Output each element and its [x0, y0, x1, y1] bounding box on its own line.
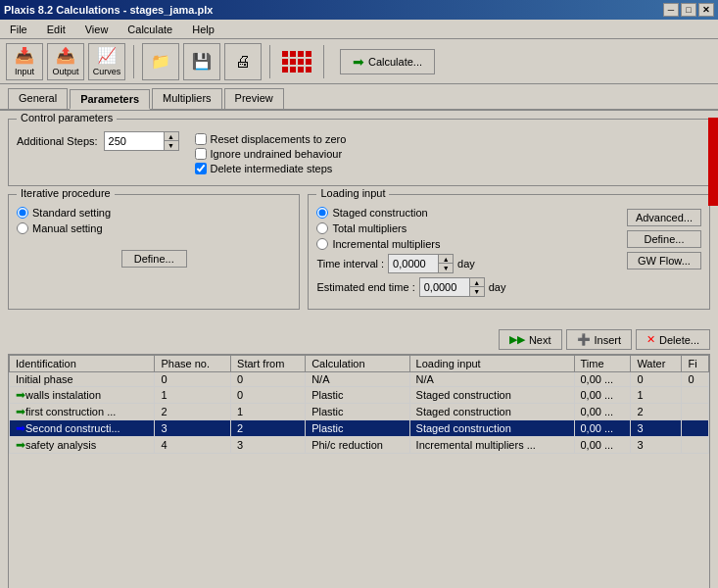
phases-table: Identification Phase no. Start from Calc… — [9, 355, 709, 454]
table-row[interactable]: Initial phase 0 0 N/A N/A 0,00 ... 0 0 — [10, 372, 709, 387]
maximize-button[interactable]: □ — [681, 3, 696, 17]
cell-loading: Staged construction — [409, 387, 574, 404]
print-button[interactable]: 🖨 — [224, 43, 262, 80]
incremental-multipliers-radio[interactable] — [316, 238, 328, 250]
next-button[interactable]: ▶▶ Next — [499, 329, 562, 350]
cell-calculation: N/A — [306, 372, 409, 387]
phases-table-container[interactable]: Identification Phase no. Start from Calc… — [8, 354, 710, 588]
minimize-button[interactable]: ─ — [663, 3, 679, 17]
control-params-group: Control parameters Additional Steps: ▲ ▼ — [8, 119, 710, 186]
tab-preview[interactable]: Preview — [224, 88, 284, 109]
manual-setting-radio[interactable] — [17, 222, 28, 234]
additional-steps-input[interactable] — [105, 132, 164, 150]
time-interval-row: Time interval : ▲ ▼ day — [316, 254, 618, 273]
total-multipliers-radio[interactable] — [316, 222, 328, 234]
cell-phase-no: 2 — [155, 404, 231, 420]
menu-calculate[interactable]: Calculate — [121, 22, 178, 37]
standard-setting-radio[interactable] — [17, 207, 28, 219]
delete-steps-row: Delete intermediate steps — [195, 163, 347, 174]
table-row[interactable]: ➡Second constructi... 3 2 Plastic Staged… — [10, 420, 709, 437]
standard-setting-row: Standard setting — [17, 207, 291, 219]
title-bar: Plaxis 8.2 Calculations - stages_jama.pl… — [0, 0, 718, 20]
loading-input-title: Loading input — [316, 187, 389, 199]
additional-steps-spinner[interactable]: ▲ ▼ — [104, 131, 179, 151]
tab-multipliers[interactable]: Multipliers — [152, 88, 222, 109]
end-up[interactable]: ▲ — [470, 278, 484, 287]
cell-start-from: 0 — [231, 372, 306, 387]
parameters-panel: Control parameters Additional Steps: ▲ ▼ — [0, 111, 718, 325]
iterative-group: Iterative procedure Standard setting Man… — [8, 194, 300, 310]
menu-help[interactable]: Help — [186, 22, 220, 37]
manual-setting-label: Manual setting — [32, 222, 103, 234]
spinner-up[interactable]: ▲ — [165, 132, 178, 141]
reset-disp-label: Reset displacements to zero — [211, 133, 347, 145]
additional-steps-row: Additional Steps: ▲ ▼ — [17, 131, 179, 151]
calculate-button[interactable]: ➡ Calculate... — [340, 49, 435, 74]
table-row[interactable]: ➡first construction ... 2 1 Plastic Stag… — [10, 404, 709, 420]
menu-file[interactable]: File — [4, 22, 33, 37]
cell-time: 0,00 ... — [574, 387, 631, 404]
phases-table-wrapper: Identification Phase no. Start from Calc… — [0, 354, 718, 588]
cell-water: 0 — [631, 372, 682, 387]
cell-calculation: Plastic — [306, 404, 409, 420]
input-button[interactable]: 📥 Input — [6, 43, 43, 80]
cell-start-from: 3 — [231, 437, 306, 454]
next-icon: ▶▶ — [509, 333, 525, 346]
estimated-end-input[interactable] — [420, 278, 469, 296]
time-interval-input[interactable] — [389, 255, 438, 272]
table-row[interactable]: ➡walls instalation 1 0 Plastic Staged co… — [10, 387, 709, 404]
loading-define-button[interactable]: Define... — [627, 230, 701, 248]
output-button[interactable]: 📤 Output — [47, 43, 84, 80]
advanced-button[interactable]: Advanced... — [627, 209, 701, 226]
gw-flow-button[interactable]: GW Flow... — [627, 252, 701, 270]
menu-edit[interactable]: Edit — [41, 22, 72, 37]
control-params-title: Control parameters — [17, 112, 117, 123]
insert-icon: ➕ — [577, 333, 591, 346]
open-button[interactable]: 📁 — [142, 43, 179, 80]
tab-parameters[interactable]: Parameters — [70, 89, 150, 110]
col-identification: Identification — [10, 356, 155, 372]
reset-disp-row: Reset displacements to zero — [195, 133, 347, 145]
delete-steps-checkbox[interactable] — [195, 163, 207, 174]
cell-identification: Initial phase — [10, 372, 155, 387]
spinner-down[interactable]: ▼ — [165, 141, 178, 150]
staged-construction-radio[interactable] — [316, 207, 328, 219]
standard-setting-label: Standard setting — [32, 207, 111, 219]
reset-displacements-checkbox[interactable] — [195, 133, 207, 145]
delete-button[interactable]: ✕ Delete... — [636, 329, 710, 350]
total-multipliers-row: Total multipliers — [316, 222, 618, 234]
table-header-row: Identification Phase no. Start from Calc… — [10, 356, 709, 372]
save-button[interactable]: 💾 — [183, 43, 220, 80]
cell-time: 0,00 ... — [574, 437, 631, 454]
estimated-end-unit: day — [489, 281, 506, 293]
end-down[interactable]: ▼ — [470, 287, 484, 296]
insert-button[interactable]: ➕ Insert — [566, 329, 633, 350]
calculate-arrow-icon: ➡ — [353, 54, 364, 70]
close-button[interactable]: ✕ — [698, 3, 714, 17]
total-multipliers-label: Total multipliers — [332, 222, 407, 234]
cell-start-from: 1 — [231, 404, 306, 420]
iterative-define-button[interactable]: Define... — [121, 250, 187, 268]
window-controls: ─ □ ✕ — [663, 3, 714, 17]
additional-steps-label: Additional Steps: — [17, 135, 98, 147]
estimated-end-row: Estimated end time : ▲ ▼ day — [316, 277, 618, 297]
table-row[interactable]: ➡safety analysis 4 3 Phi/c reduction Inc… — [10, 437, 709, 454]
time-down[interactable]: ▼ — [439, 264, 453, 272]
time-interval-spinner[interactable]: ▲ ▼ — [388, 254, 454, 273]
cell-water: 3 — [631, 437, 682, 454]
spinner-controls: ▲ ▼ — [164, 132, 178, 150]
plus-grid-icon — [278, 47, 315, 76]
time-up[interactable]: ▲ — [439, 255, 453, 264]
separator-2 — [269, 45, 270, 78]
red-indicator — [708, 118, 718, 206]
title-text: Plaxis 8.2 Calculations - stages_jama.pl… — [4, 4, 213, 16]
incremental-multipliers-label: Incremental multipliers — [332, 238, 440, 250]
cell-start-from: 2 — [231, 420, 306, 437]
end-spinner-controls: ▲ ▼ — [469, 278, 484, 296]
tab-general[interactable]: General — [8, 88, 68, 109]
ignore-undrained-checkbox[interactable] — [195, 148, 207, 160]
curves-button[interactable]: 📈 Curves — [88, 43, 125, 80]
menu-view[interactable]: View — [79, 22, 115, 37]
estimated-end-spinner[interactable]: ▲ ▼ — [419, 277, 485, 297]
two-col-section: Iterative procedure Standard setting Man… — [8, 194, 710, 318]
